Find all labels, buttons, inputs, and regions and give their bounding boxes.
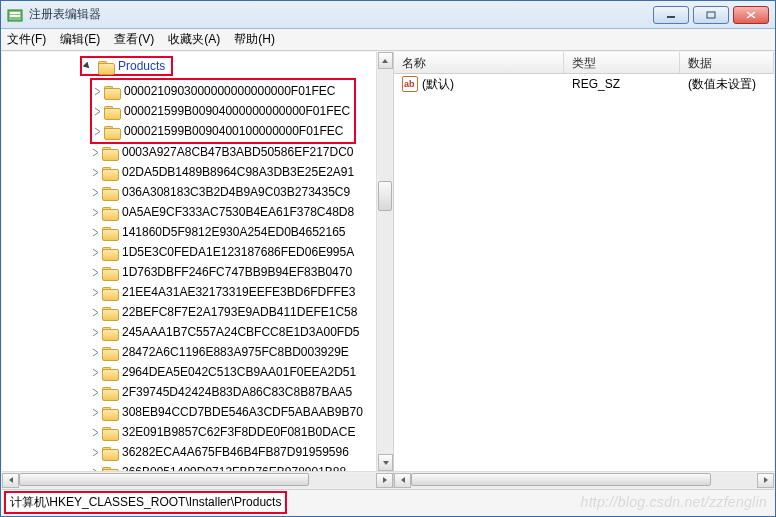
scroll-track[interactable] bbox=[378, 69, 392, 454]
expand-icon[interactable] bbox=[90, 287, 100, 297]
scroll-thumb[interactable] bbox=[378, 181, 392, 211]
expand-icon[interactable] bbox=[90, 407, 100, 417]
tree-label: 21EE4A31AE32173319EEFE3BD6FDFFE3 bbox=[122, 285, 355, 299]
tree-label: Products bbox=[118, 59, 165, 73]
expand-icon[interactable] bbox=[92, 106, 102, 116]
svg-rect-4 bbox=[707, 12, 715, 18]
menu-view[interactable]: 查看(V) bbox=[114, 31, 154, 48]
close-button[interactable] bbox=[733, 6, 769, 24]
folder-icon bbox=[102, 245, 118, 259]
expand-icon[interactable] bbox=[90, 387, 100, 397]
tree-node[interactable]: 0A5AE9CF333AC7530B4EA61F378C48D8 bbox=[2, 202, 393, 222]
expand-icon[interactable] bbox=[90, 247, 100, 257]
tree-node[interactable]: 141860D5F9812E930A254ED0B4652165 bbox=[2, 222, 393, 242]
menu-favorites[interactable]: 收藏夹(A) bbox=[168, 31, 220, 48]
registry-tree[interactable]: Products 0000210903000000000000000F01FEC… bbox=[2, 52, 393, 471]
scroll-track[interactable] bbox=[19, 473, 376, 488]
tree-node[interactable]: 308EB94CCD7BDE546A3CDF5ABAAB9B70 bbox=[2, 402, 393, 422]
tree-label: 2F39745D42424B83DA86C83C8B87BAA5 bbox=[122, 385, 352, 399]
tree-pane: Products 0000210903000000000000000F01FEC… bbox=[2, 52, 394, 488]
scroll-down-button[interactable] bbox=[378, 454, 393, 471]
menu-file[interactable]: 文件(F) bbox=[7, 31, 46, 48]
folder-icon bbox=[102, 425, 118, 439]
registry-editor-window: 注册表编辑器 文件(F) 编辑(E) 查看(V) 收藏夹(A) 帮助(H) Pr… bbox=[0, 0, 776, 517]
tree-node[interactable]: 28472A6C1196E883A975FC8BD003929E bbox=[2, 342, 393, 362]
tree-label: 2964DEA5E042C513CB9AA01F0EEA2D51 bbox=[122, 365, 356, 379]
tree-node-products[interactable]: Products bbox=[80, 56, 173, 76]
maximize-button[interactable] bbox=[693, 6, 729, 24]
tree-vertical-scrollbar[interactable] bbox=[376, 52, 393, 471]
tree-node[interactable]: 1D5E3C0FEDA1E123187686FED06E995A bbox=[2, 242, 393, 262]
col-header-type[interactable]: 类型 bbox=[564, 52, 680, 73]
expand-icon[interactable] bbox=[90, 147, 100, 157]
tree-node[interactable]: 0000210903000000000000000F01FEC bbox=[92, 81, 350, 101]
tree-node[interactable]: 22BEFC8F7E2A1793E9ADB411DEFE1C58 bbox=[2, 302, 393, 322]
tree-node[interactable]: 1D763DBFF246FC747BB9B94EF83B0470 bbox=[2, 262, 393, 282]
scroll-right-button[interactable] bbox=[757, 473, 774, 488]
expand-icon[interactable] bbox=[90, 307, 100, 317]
folder-icon bbox=[102, 365, 118, 379]
tree-label: 245AAA1B7C557A24CBFCC8E1D3A00FD5 bbox=[122, 325, 359, 339]
tree-label: 22BEFC8F7E2A1793E9ADB411DEFE1C58 bbox=[122, 305, 357, 319]
tree-node[interactable]: 366B0951409D9713FBB76EB978901B88 bbox=[2, 462, 393, 471]
expand-icon[interactable] bbox=[90, 167, 100, 177]
expand-icon[interactable] bbox=[90, 267, 100, 277]
expand-icon[interactable] bbox=[90, 347, 100, 357]
minimize-button[interactable] bbox=[653, 6, 689, 24]
expand-icon[interactable] bbox=[90, 207, 100, 217]
tree-node[interactable]: 000021599B00904000000000000F01FEC bbox=[92, 101, 350, 121]
tree-node[interactable]: 32E091B9857C62F3F8DDE0F081B0DACE bbox=[2, 422, 393, 442]
svg-rect-2 bbox=[10, 15, 20, 17]
tree-body: 0003A927A8CB47B3ABD50586EF217DC0 02DA5DB… bbox=[2, 142, 393, 471]
expand-icon[interactable] bbox=[92, 126, 102, 136]
scroll-left-button[interactable] bbox=[2, 473, 19, 488]
collapse-icon[interactable] bbox=[82, 61, 92, 71]
menubar: 文件(F) 编辑(E) 查看(V) 收藏夹(A) 帮助(H) bbox=[1, 29, 775, 51]
scroll-thumb[interactable] bbox=[411, 473, 711, 486]
menu-help[interactable]: 帮助(H) bbox=[234, 31, 275, 48]
tree-node[interactable]: 036A308183C3B2D4B9A9C03B273435C9 bbox=[2, 182, 393, 202]
folder-icon bbox=[104, 124, 120, 138]
tree-node[interactable]: 02DA5DB1489B8964C98A3DB3E25E2A91 bbox=[2, 162, 393, 182]
value-name: (默认) bbox=[422, 77, 454, 91]
value-list-pane: 名称 类型 数据 (默认) REG_SZ (数值未设置) bbox=[394, 52, 774, 488]
tree-node[interactable]: 245AAA1B7C557A24CBFCC8E1D3A00FD5 bbox=[2, 322, 393, 342]
list-row[interactable]: (默认) REG_SZ (数值未设置) bbox=[394, 74, 774, 94]
tree-label: 000021599B00904000000000000F01FEC bbox=[124, 104, 350, 118]
tree-node[interactable]: 36282ECA4A675FB46B4FB87D91959596 bbox=[2, 442, 393, 462]
list-horizontal-scrollbar[interactable] bbox=[394, 471, 774, 488]
tree-node[interactable]: 21EE4A31AE32173319EEFE3BD6FDFFE3 bbox=[2, 282, 393, 302]
scroll-up-button[interactable] bbox=[378, 52, 393, 69]
expand-icon[interactable] bbox=[90, 427, 100, 437]
tree-node[interactable]: 2964DEA5E042C513CB9AA01F0EEA2D51 bbox=[2, 362, 393, 382]
scroll-track[interactable] bbox=[411, 473, 757, 488]
status-path: 计算机\HKEY_CLASSES_ROOT\Installer\Products bbox=[4, 491, 287, 514]
col-header-name[interactable]: 名称 bbox=[394, 52, 564, 73]
tree-label: 0000210903000000000000000F01FEC bbox=[124, 84, 336, 98]
menu-edit[interactable]: 编辑(E) bbox=[60, 31, 100, 48]
folder-icon bbox=[102, 285, 118, 299]
tree-node[interactable]: 000021599B0090400100000000F01FEC bbox=[92, 121, 350, 141]
tree-horizontal-scrollbar[interactable] bbox=[2, 471, 393, 488]
folder-icon bbox=[104, 84, 120, 98]
expand-icon[interactable] bbox=[92, 86, 102, 96]
expand-icon[interactable] bbox=[90, 367, 100, 377]
tree-label: 32E091B9857C62F3F8DDE0F081B0DACE bbox=[122, 425, 355, 439]
expand-icon[interactable] bbox=[90, 327, 100, 337]
scroll-thumb[interactable] bbox=[19, 473, 309, 486]
tree-node[interactable]: 2F39745D42424B83DA86C83C8B87BAA5 bbox=[2, 382, 393, 402]
tree-label: 28472A6C1196E883A975FC8BD003929E bbox=[122, 345, 349, 359]
highlighted-keys-group: 0000210903000000000000000F01FEC 00002159… bbox=[90, 78, 356, 144]
expand-icon[interactable] bbox=[90, 227, 100, 237]
folder-icon bbox=[104, 104, 120, 118]
scroll-right-button[interactable] bbox=[376, 473, 393, 488]
titlebar[interactable]: 注册表编辑器 bbox=[1, 1, 775, 29]
folder-icon bbox=[102, 225, 118, 239]
scroll-left-button[interactable] bbox=[394, 473, 411, 488]
expand-icon[interactable] bbox=[90, 447, 100, 457]
expand-icon[interactable] bbox=[90, 187, 100, 197]
list-body[interactable]: (默认) REG_SZ (数值未设置) bbox=[394, 74, 774, 471]
col-header-data[interactable]: 数据 bbox=[680, 52, 774, 73]
tree-node[interactable]: 0003A927A8CB47B3ABD50586EF217DC0 bbox=[2, 142, 393, 162]
regedit-icon bbox=[7, 7, 23, 23]
